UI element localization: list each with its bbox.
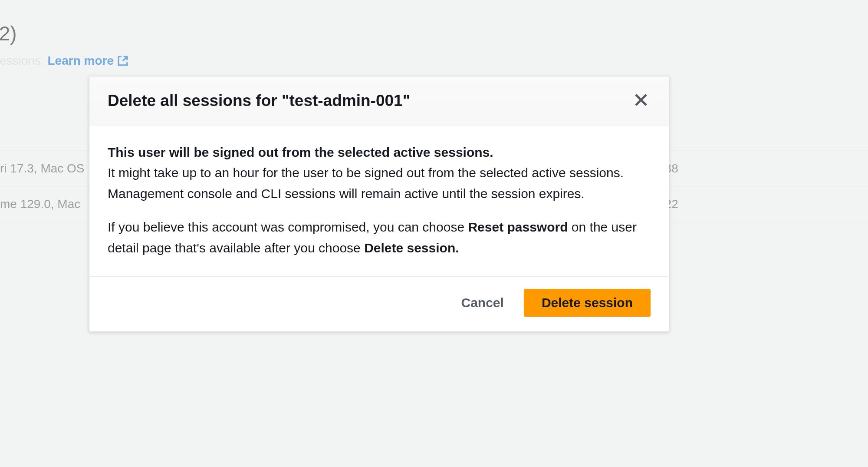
cancel-button[interactable]: Cancel xyxy=(457,289,508,316)
modal-paragraph-1: This user will be signed out from the se… xyxy=(108,142,651,204)
modal-paragraph-2: If you believe this account was compromi… xyxy=(108,217,651,258)
modal-overlay: Delete all sessions for "test-admin-001"… xyxy=(0,0,868,467)
delete-sessions-modal: Delete all sessions for "test-admin-001"… xyxy=(89,76,669,332)
modal-footer: Cancel Delete session xyxy=(89,276,669,331)
warning-detail-text: It might take up to an hour for the user… xyxy=(108,166,624,200)
warning-bold-text: This user will be signed out from the se… xyxy=(108,145,493,159)
delete-session-button[interactable]: Delete session xyxy=(524,289,651,317)
p2-text-a: If you believe this account was compromi… xyxy=(108,220,468,234)
close-icon xyxy=(634,93,648,107)
reset-password-bold: Reset password xyxy=(468,220,568,234)
modal-body: This user will be signed out from the se… xyxy=(89,126,669,276)
delete-session-bold: Delete session. xyxy=(364,241,459,255)
modal-header: Delete all sessions for "test-admin-001" xyxy=(89,76,669,126)
modal-title: Delete all sessions for "test-admin-001" xyxy=(108,92,410,110)
close-button[interactable] xyxy=(631,89,651,112)
